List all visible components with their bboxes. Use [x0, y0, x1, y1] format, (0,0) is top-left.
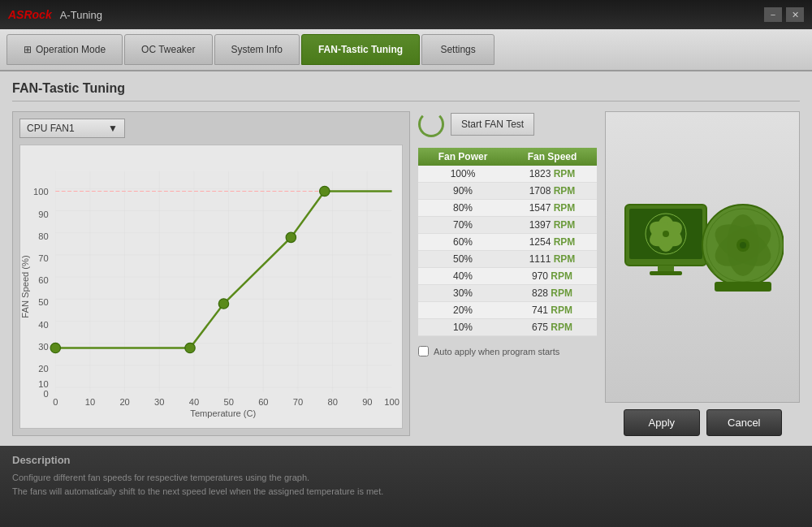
svg-text:60: 60: [258, 397, 268, 407]
table-row: 60% 1254 RPM: [418, 234, 597, 251]
content-area: CPU FAN1 ▼: [12, 111, 800, 436]
svg-point-48: [740, 242, 746, 248]
auto-apply-row: Auto apply when program starts: [418, 346, 597, 356]
svg-point-32: [320, 186, 330, 196]
middle-panel: Start FAN Test Fan Power Fan Speed 100% …: [418, 111, 597, 436]
fan-speed-table: Fan Power Fan Speed 100% 1823 RPM 90% 17…: [418, 148, 597, 336]
svg-rect-40: [658, 266, 674, 272]
cell-speed: 741 RPM: [508, 302, 597, 319]
tab-system-info[interactable]: System Info: [214, 34, 300, 65]
fan-dropdown[interactable]: CPU FAN1 ▼: [19, 119, 125, 138]
auto-apply-checkbox[interactable]: [418, 346, 429, 356]
svg-text:Temperature (C): Temperature (C): [190, 408, 256, 418]
svg-text:20: 20: [119, 397, 129, 407]
cell-speed: 1397 RPM: [508, 217, 597, 234]
svg-text:30: 30: [38, 342, 48, 352]
tab-settings[interactable]: Settings: [421, 34, 495, 65]
svg-text:90: 90: [38, 210, 48, 219]
description-title: Description: [12, 454, 800, 466]
cell-speed: 828 RPM: [508, 285, 597, 302]
cell-power: 30%: [418, 285, 508, 302]
svg-point-28: [50, 343, 60, 352]
fan-test-area: Start FAN Test: [418, 111, 597, 137]
svg-text:40: 40: [38, 320, 48, 330]
start-fan-test-button[interactable]: Start FAN Test: [451, 113, 534, 136]
app-title: A-Tuning: [60, 9, 102, 21]
monitor-fan-graphic: [621, 192, 784, 322]
nav-bar: ⊞ Operation Mode OC Tweaker System Info …: [0, 29, 812, 71]
titlebar-controls: − ✕: [764, 7, 804, 22]
apply-button[interactable]: Apply: [624, 409, 701, 436]
graph-panel: CPU FAN1 ▼: [12, 111, 410, 436]
page-title: FAN-Tastic Tuning: [12, 81, 800, 102]
table-row: 70% 1397 RPM: [418, 217, 597, 234]
svg-rect-41: [650, 271, 682, 275]
svg-text:30: 30: [154, 397, 164, 407]
cell-power: 20%: [418, 302, 508, 319]
cell-power: 50%: [418, 251, 508, 268]
description-line1: Configure different fan speeds for respe…: [12, 471, 800, 485]
description-line2: The fans will automatically shift to the…: [12, 485, 800, 499]
dropdown-arrow-icon: ▼: [108, 123, 118, 134]
svg-rect-49: [715, 282, 771, 292]
cell-speed: 1111 RPM: [508, 251, 597, 268]
svg-text:50: 50: [38, 298, 48, 308]
svg-point-31: [286, 232, 296, 242]
svg-point-39: [663, 231, 669, 237]
description-text: Configure different fan speeds for respe…: [12, 471, 800, 498]
table-row: 40% 970 RPM: [418, 268, 597, 285]
titlebar-left: ASRock A-Tuning: [8, 8, 102, 21]
cell-power: 80%: [418, 200, 508, 217]
svg-text:10: 10: [38, 379, 48, 389]
svg-text:0: 0: [53, 397, 58, 407]
svg-text:50: 50: [223, 397, 233, 407]
cell-speed: 1823 RPM: [508, 166, 597, 183]
description-bar: Description Configure different fan spee…: [0, 446, 812, 527]
svg-text:70: 70: [38, 253, 48, 263]
table-row: 30% 828 RPM: [418, 285, 597, 302]
chart-container[interactable]: 100 90 80 70 60 50 40 30 20 10 0 FAN Spe…: [19, 145, 403, 429]
titlebar: ASRock A-Tuning − ✕: [0, 0, 812, 29]
cell-speed: 970 RPM: [508, 268, 597, 285]
cell-power: 60%: [418, 234, 508, 251]
tab-oc-tweaker[interactable]: OC Tweaker: [124, 34, 212, 65]
cell-speed: 1708 RPM: [508, 183, 597, 200]
cancel-button[interactable]: Cancel: [706, 409, 781, 436]
svg-text:60: 60: [38, 275, 48, 285]
tab-system-info-label: System Info: [231, 44, 283, 55]
cell-speed: 1547 RPM: [508, 200, 597, 217]
tab-settings-label: Settings: [440, 44, 475, 55]
tab-operation-mode[interactable]: ⊞ Operation Mode: [6, 34, 123, 65]
cell-speed: 675 RPM: [508, 319, 597, 336]
fan-selector: CPU FAN1 ▼: [19, 119, 403, 138]
svg-rect-2: [55, 171, 391, 392]
svg-text:90: 90: [362, 397, 372, 407]
right-panel: Apply Cancel: [605, 111, 800, 436]
svg-text:80: 80: [327, 397, 337, 407]
table-row: 90% 1708 RPM: [418, 183, 597, 200]
svg-text:FAN Speed (%): FAN Speed (%): [20, 255, 30, 318]
col-fan-power: Fan Power: [418, 148, 508, 166]
cell-power: 100%: [418, 166, 508, 183]
tab-fan-tastic[interactable]: FAN-Tastic Tuning: [301, 34, 420, 65]
svg-text:80: 80: [38, 231, 48, 241]
svg-text:10: 10: [85, 397, 95, 407]
apply-cancel-row: Apply Cancel: [605, 409, 800, 436]
grid-icon: ⊞: [24, 44, 32, 55]
minimize-button[interactable]: −: [764, 7, 782, 22]
auto-apply-label: Auto apply when program starts: [434, 347, 559, 356]
fan-selected-label: CPU FAN1: [27, 123, 75, 134]
tab-fan-tastic-label: FAN-Tastic Tuning: [318, 44, 403, 55]
close-button[interactable]: ✕: [786, 7, 804, 22]
cell-power: 90%: [418, 183, 508, 200]
svg-text:40: 40: [189, 397, 199, 407]
fan-chart: 100 90 80 70 60 50 40 30 20 10 0 FAN Spe…: [20, 145, 402, 428]
svg-text:70: 70: [293, 397, 303, 407]
cell-power: 70%: [418, 217, 508, 234]
table-row: 80% 1547 RPM: [418, 200, 597, 217]
svg-text:20: 20: [38, 364, 48, 374]
tab-operation-mode-label: Operation Mode: [36, 44, 106, 55]
table-row: 10% 675 RPM: [418, 319, 597, 336]
logo: ASRock: [8, 8, 52, 21]
main-content: FAN-Tastic Tuning CPU FAN1 ▼: [0, 71, 812, 446]
